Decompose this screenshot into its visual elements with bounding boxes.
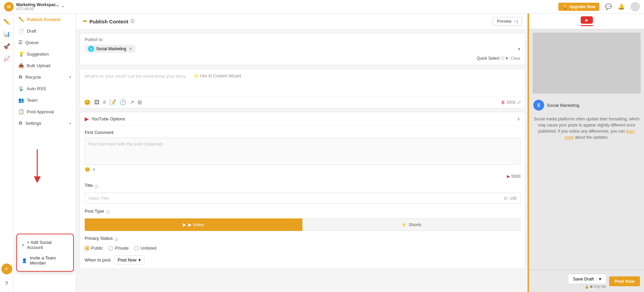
bulk-icon: 📤 [18, 63, 24, 68]
comment-textarea[interactable]: First comment with the post (Optional) [85, 138, 520, 165]
post-type-section: Post Type ⓘ ▶ ▶ Video ⚡ Shorts [85, 209, 520, 231]
comment-emoji-icon[interactable]: 😊 [85, 167, 90, 172]
quick-select-info-icon: ⓘ [501, 56, 505, 61]
quick-select-label: Quick Select [477, 56, 499, 61]
save-draft-button[interactable]: Save Draft ▾ [568, 274, 606, 284]
messages-icon[interactable]: 💬 [605, 3, 612, 11]
video-button[interactable]: ▶ ▶ Video [85, 218, 302, 231]
account-tag-name: Social Marketing [96, 46, 126, 51]
sidebar-item-publish[interactable]: ✏️ Publish Content [14, 14, 76, 25]
rail-reports-icon[interactable]: 📈 [1, 53, 12, 64]
comment-count: ▶ 5000 [85, 174, 520, 179]
ai-wizard-button[interactable]: ✨ Use AI Content Wizard [193, 74, 241, 78]
title-input[interactable]: Video Title 0 / 100 [85, 193, 520, 204]
public-label: Public [91, 246, 103, 251]
when-to-post-section: When to post Post Now ▾ [85, 255, 520, 265]
preview-button[interactable]: Preview →| [493, 17, 522, 26]
sidebar-item-team[interactable]: 👥 Team [14, 94, 76, 106]
privacy-private-radio[interactable]: Private [108, 246, 128, 251]
grid-icon[interactable]: ⊞ [137, 99, 142, 105]
rail-publish-icon[interactable]: ✏️ [1, 16, 12, 27]
arrow-icon[interactable]: ↗ [130, 99, 134, 105]
clear-button[interactable]: Clear [511, 56, 520, 61]
trash-icon[interactable]: 🗑 [501, 100, 505, 105]
sidebar-rss-label: Auto RSS [27, 86, 46, 91]
remove-account-button[interactable]: ✕ [129, 46, 132, 51]
expand-icon[interactable]: ⤢ [517, 100, 521, 105]
preview-label: Preview →| [497, 19, 518, 24]
sidebar-item-draft[interactable]: 📄 Draft [14, 25, 76, 37]
rail-help-icon[interactable]: ? [1, 278, 12, 289]
emoji-icon[interactable]: 😊 [84, 99, 91, 105]
sidebar-item-settings[interactable]: ⚙ Settings ▾ [14, 117, 76, 129]
sidebar-item-suggestion[interactable]: 💡 Suggestion [14, 48, 76, 60]
trophy-icon: 🏆 [562, 4, 567, 9]
sidebar-item-bulk[interactable]: 📤 Bulk Upload [14, 60, 76, 71]
rail-add-icon[interactable]: + [1, 264, 12, 274]
quick-select-button[interactable]: Quick Select ⓘ ▾ [477, 56, 508, 61]
shorts-label: Shorts [409, 222, 422, 227]
privacy-info-icon: ⓘ [114, 237, 118, 242]
text-editor: What's on your mind? Let the world know … [80, 69, 525, 109]
shorts-icon: ⚡ [401, 222, 407, 227]
recycle-arrow-icon: ▾ [69, 75, 71, 79]
publish-to-section: Publish to S Social Marketing ✕ ▾ Quick … [80, 33, 525, 65]
invite-team-member-button[interactable]: 👤 Invite a Team Member [17, 253, 73, 268]
suggestion-icon: 💡 [18, 51, 24, 57]
image-icon[interactable]: 🖼 [94, 99, 100, 105]
publish-dropdown-icon[interactable]: ▾ [518, 46, 520, 52]
yt-tab-underline [581, 25, 593, 26]
shorts-button[interactable]: ⚡ Shorts [302, 218, 521, 231]
privacy-public-radio[interactable]: Public [85, 246, 103, 251]
bell-icon[interactable]: 🔔 [618, 3, 625, 11]
privacy-unlisted-radio[interactable]: Unlisted [134, 246, 156, 251]
rail-analytics-icon[interactable]: 📊 [1, 28, 12, 39]
public-radio-dot [85, 246, 89, 251]
settings-icon: ⚙ [18, 120, 23, 126]
first-comment-label: First Comment [85, 130, 520, 135]
sidebar-draft-label: Draft [27, 28, 36, 34]
user-avatar[interactable] [630, 2, 640, 12]
sidebar-item-approval[interactable]: 📋 Post Approval [14, 106, 76, 117]
comment-count-number: 5000 [511, 174, 520, 179]
comment-toolbar: 😊 # [85, 165, 520, 172]
char-count: 🗑 5000 ⤢ [501, 100, 521, 105]
preview-panel: ▶ S Social Marketing Social media platfo… [529, 14, 644, 292]
schedule-icon[interactable]: 🕐 [120, 99, 126, 105]
when-to-post-select[interactable]: Post Now ▾ [114, 255, 145, 265]
info-icon[interactable]: ⓘ [130, 19, 134, 24]
yt-comment-icon: ▶ [507, 174, 510, 179]
editor-area[interactable]: What's on your mind? Let the world know … [80, 69, 525, 96]
sidebar: ✏️ Publish Content 📄 Draft ☰ Queue 💡 Sug… [14, 14, 76, 292]
comment-hash-icon[interactable]: # [93, 167, 95, 172]
post-now-button[interactable]: Post Now [609, 276, 640, 286]
rail-social-icon[interactable]: 🚀 [1, 41, 12, 52]
upgrade-button[interactable]: 🏆 Upgrade Now [558, 3, 599, 11]
privacy-section: Privacy Status ⓘ Public Private [85, 236, 520, 251]
sparkle-icon: ✨ [193, 74, 198, 78]
save-draft-container: Save Draft ▾ 🔒 ⚉ Only Me [568, 274, 606, 289]
youtube-icon: ▶ [85, 116, 89, 122]
sidebar-publish-label: Publish Content [27, 17, 61, 22]
sidebar-item-rss[interactable]: 📡 Auto RSS [14, 83, 76, 94]
save-draft-dropdown-icon[interactable]: ▾ [597, 276, 601, 281]
add-social-account-button[interactable]: + + Add Social Account [17, 237, 73, 253]
title-label: Title [85, 183, 93, 188]
account-tag: S Social Marketing ✕ [85, 45, 136, 53]
video-icon: ▶ [183, 222, 186, 227]
sidebar-item-recycle[interactable]: ♻ Recycle ▾ [14, 71, 76, 83]
youtube-tab[interactable]: ▶ [581, 16, 593, 26]
publish-to-label: Publish to [85, 37, 520, 42]
youtube-options-header[interactable]: ▶ YouTube Options ∧ [80, 112, 525, 125]
private-label: Private [115, 246, 128, 251]
hashtag-icon[interactable]: # [103, 99, 106, 105]
quick-select-chevron-icon: ▾ [506, 56, 508, 61]
account-tag-icon: S [88, 46, 94, 52]
yt-play-icon: ▶ [585, 18, 588, 22]
team-icon: 👥 [18, 97, 24, 103]
icon-rail: ✏️ 📊 🚀 📈 + ? [0, 14, 14, 292]
workspace-chevron-icon[interactable]: ▾ [62, 5, 64, 8]
doc-icon[interactable]: 📝 [109, 99, 116, 105]
sidebar-item-queue[interactable]: ☰ Queue [14, 37, 76, 48]
post-now-option: Post Now [118, 257, 137, 262]
